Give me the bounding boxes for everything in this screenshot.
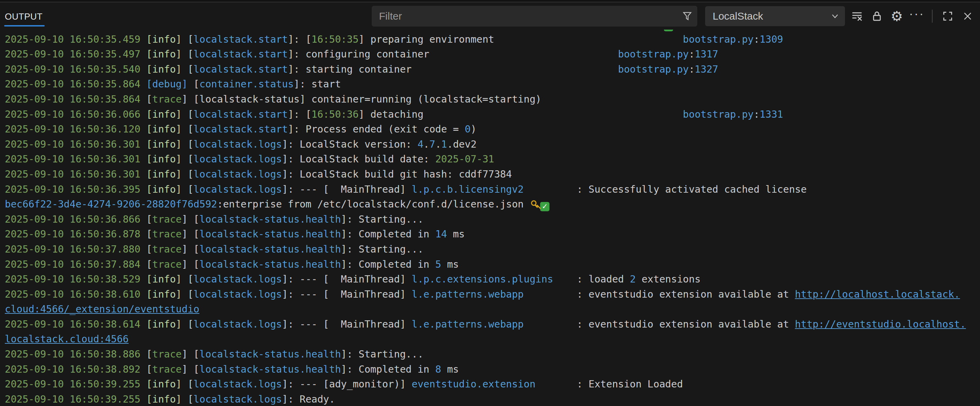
token: 2 xyxy=(630,273,636,285)
log-text: ]: Starting... xyxy=(341,244,423,255)
log-text: . xyxy=(423,139,429,150)
log-line: 2025-09-10 16:50:36.866 [trace] [localst… xyxy=(5,212,980,227)
log-text: ]: --- [ady_monitor)] xyxy=(282,379,412,390)
file-link[interactable]: bootstrap.py xyxy=(683,109,754,120)
url-link[interactable]: cloud:4566/_extension/eventstudio xyxy=(5,304,199,315)
timestamp: 2025-09-10 16:50:39.255 xyxy=(5,393,140,405)
token: 8 xyxy=(435,364,441,375)
file-link[interactable]: bootstrap.py xyxy=(683,34,754,45)
log-text: : eventstudio extension available at xyxy=(524,319,795,330)
output-channel-value: LocalStack xyxy=(705,10,830,22)
log-text xyxy=(140,289,146,300)
log-line: 2025-09-10 16:50:36.878 [trace] [localst… xyxy=(5,227,980,242)
log-text: [ xyxy=(182,153,194,165)
file-link[interactable]: 1317 xyxy=(695,48,719,60)
log-text: ]: --- [ MainThread] xyxy=(282,289,412,300)
log-text: ]: Ready. xyxy=(282,393,335,405)
info-tag: [info] xyxy=(146,169,182,180)
timestamp: 2025-09-10 16:50:38.886 xyxy=(5,348,140,360)
token: eventstudio.extension xyxy=(412,379,535,390)
log-text: [ xyxy=(182,48,194,60)
log-line: bec66f22-3d4e-4274-9206-28820f76d592:ent… xyxy=(5,197,980,212)
log-text: [ xyxy=(182,273,194,285)
output-channel-select[interactable]: LocalStack xyxy=(705,6,845,26)
log-text: [ xyxy=(140,259,152,270)
log-text: ]: [ xyxy=(288,34,312,45)
log-line: 2025-09-10 16:50:36.301 [info] [localsta… xyxy=(5,167,980,182)
log-line: 2025-09-10 16:50:38.610 [info] [localsta… xyxy=(5,287,980,302)
log-text xyxy=(140,393,146,405)
token: localstack-status.health xyxy=(199,348,341,360)
log-text: extensions xyxy=(636,273,701,285)
output-log-scroll-area[interactable]: bec66f22-3d4e-4274-9206-28820f76d592:ent… xyxy=(5,17,980,406)
log-text xyxy=(429,48,618,60)
log-text: ms xyxy=(441,364,459,375)
token: l.p.c.b.licensingv2 xyxy=(412,184,524,195)
log-text: [ xyxy=(182,123,194,135)
timestamp: 2025-09-10 16:50:36.878 xyxy=(5,229,140,240)
log-line: localstack.cloud:4566 xyxy=(5,332,980,347)
log-text: : xyxy=(689,48,694,60)
log-text: [ xyxy=(182,184,194,195)
log-text xyxy=(140,379,146,390)
info-tag: [info] xyxy=(146,393,182,405)
timestamp: 2025-09-10 16:50:35.497 xyxy=(5,48,140,60)
log-line: 2025-09-10 16:50:38.892 [trace] [localst… xyxy=(5,362,980,377)
lock-scroll-button[interactable] xyxy=(869,9,885,24)
log-text xyxy=(140,319,146,330)
log-line: 2025-09-10 16:50:37.880 [trace] [localst… xyxy=(5,242,980,257)
filter-funnel-icon[interactable] xyxy=(680,11,695,22)
token: l.e.patterns.webapp xyxy=(412,319,524,330)
timestamp: 2025-09-10 16:50:38.892 xyxy=(5,364,140,375)
url-link[interactable]: http://localhost.localstack. xyxy=(795,289,960,300)
token: 14 xyxy=(435,229,447,240)
log-text xyxy=(140,273,146,285)
file-link[interactable]: bootstrap.py xyxy=(618,48,689,60)
log-text: : xyxy=(754,34,759,45)
log-text: [ xyxy=(140,229,152,240)
clear-output-button[interactable] xyxy=(850,9,865,24)
token: localstack-status.health xyxy=(199,244,341,255)
filter-input[interactable] xyxy=(372,10,680,22)
log-text: [ xyxy=(188,78,199,90)
panel-actions: ⚙ ··· xyxy=(850,6,975,26)
log-line: 2025-09-10 16:50:36.395 [info] [localsta… xyxy=(5,182,980,197)
file-link[interactable]: 1327 xyxy=(695,64,719,75)
log-text xyxy=(140,78,146,90)
panel-header: OUTPUT LocalStack xyxy=(0,3,980,30)
timestamp: 2025-09-10 16:50:37.884 xyxy=(5,259,140,270)
trace-tag: trace xyxy=(152,229,182,240)
log-line: 2025-09-10 16:50:35.864 [trace] [localst… xyxy=(5,92,980,107)
panel-top-border[interactable] xyxy=(0,0,980,2)
active-tab-underline xyxy=(4,25,45,27)
info-tag: [info] xyxy=(146,184,182,195)
token: localstack.logs xyxy=(194,139,282,150)
url-link[interactable]: http://eventstudio.localhost. xyxy=(795,319,966,330)
log-line: 2025-09-10 16:50:36.301 [info] [localsta… xyxy=(5,137,980,152)
more-actions-button[interactable]: ··· xyxy=(909,9,924,24)
timestamp: 2025-09-10 16:50:36.866 xyxy=(5,214,140,225)
timestamp: 2025-09-10 16:50:36.395 xyxy=(5,184,140,195)
maximize-panel-button[interactable] xyxy=(940,9,955,24)
log-text: ms xyxy=(447,229,465,240)
trace-tag: trace xyxy=(152,364,182,375)
log-text: ]: configuring container xyxy=(288,48,430,60)
file-link[interactable]: 1331 xyxy=(759,109,783,120)
trace-tag: trace xyxy=(152,348,182,360)
log-text: :enterprise from /etc/localstack/conf.d/… xyxy=(217,198,530,210)
info-tag: [info] xyxy=(146,139,182,150)
close-panel-button[interactable] xyxy=(960,9,975,24)
info-tag: [info] xyxy=(146,153,182,165)
log-text: [ xyxy=(182,109,194,120)
settings-gear-icon[interactable]: ⚙ xyxy=(889,9,904,24)
log-text: ]: --- [ MainThread] xyxy=(282,184,412,195)
file-link[interactable]: bootstrap.py xyxy=(618,64,689,75)
url-link[interactable]: localstack.cloud:4566 xyxy=(5,333,129,345)
log-text xyxy=(140,153,146,165)
file-link[interactable]: 1309 xyxy=(759,34,783,45)
log-text: ]: --- [ MainThread] xyxy=(282,273,412,285)
log-line: 2025-09-10 16:50:35.864 [debug] [contain… xyxy=(5,77,980,92)
tab-output[interactable]: OUTPUT xyxy=(5,11,43,22)
log-text: ]: Process ended (exit code = xyxy=(288,123,465,135)
log-text xyxy=(140,64,146,75)
